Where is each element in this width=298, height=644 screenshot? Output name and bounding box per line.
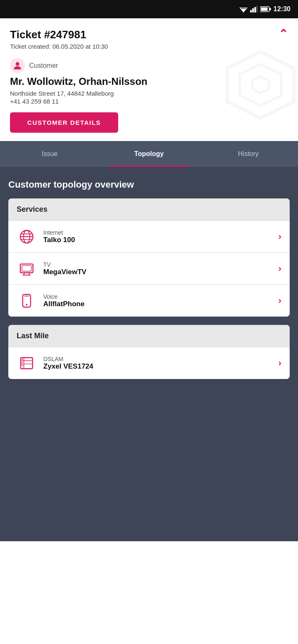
service-row-voice[interactable]: Voice AllflatPhone › [8,285,290,317]
service-row-dslam[interactable]: DSLAM Zyxel VES1724 › [8,347,290,379]
svg-point-22 [26,304,27,306]
svg-rect-4 [252,8,254,12]
tv-icon [17,259,37,279]
service-row-internet[interactable]: Internet Talko 100 › [8,221,290,253]
voice-icon [17,291,37,311]
internet-icon [17,227,37,247]
topology-section-title: Customer topology overview [8,179,290,190]
battery-icon [260,6,271,12]
svg-point-30 [22,365,23,366]
tab-history[interactable]: History [199,141,298,167]
dslam-icon [17,353,37,373]
watermark-icon [215,43,298,126]
svg-rect-3 [250,10,252,12]
service-text-voice: Voice AllflatPhone [43,293,278,308]
signal-icon [250,6,258,12]
customer-label: Customer [29,62,58,69]
svg-rect-8 [261,7,268,11]
tab-topology[interactable]: Topology [99,141,199,167]
service-row-tv[interactable]: TV MegaViewTV › [8,253,290,285]
status-bar: 12:30 [0,0,298,18]
service-text-internet: Internet Talko 100 [43,229,278,244]
wifi-icon [239,6,248,12]
services-card: Services Internet Talko 100 › [8,198,290,317]
svg-rect-6 [256,6,258,12]
ticket-header: Ticket #247981 Ticket created: 06.05.202… [0,18,298,141]
main-content: Customer topology overview Services Inte… [0,167,298,541]
services-card-header: Services [8,198,290,221]
chevron-right-icon: › [278,295,281,306]
svg-rect-9 [270,8,271,10]
status-time: 12:30 [273,5,291,13]
tab-issue[interactable]: Issue [0,141,99,167]
svg-rect-20 [22,266,32,271]
chevron-right-icon: › [278,358,281,369]
chevron-right-icon: › [278,263,281,274]
customer-details-button[interactable]: CUSTOMER DETAILS [10,112,118,133]
customer-avatar-icon [10,58,25,73]
tabs-bar: Issue Topology History [0,141,298,167]
service-text-dslam: DSLAM Zyxel VES1724 [43,356,278,371]
service-text-tv: TV MegaViewTV [43,261,278,276]
status-icons: 12:30 [239,5,291,13]
last-mile-card: Last Mile DSLAM Zyxel VES1724 › [8,325,290,379]
ticket-title: Ticket #247981 [10,28,288,41]
person-icon [12,60,23,71]
svg-point-29 [22,362,23,363]
chevron-right-icon: › [278,231,281,242]
svg-point-28 [22,359,23,360]
last-mile-card-header: Last Mile [8,325,290,347]
svg-rect-5 [254,7,256,12]
collapse-icon[interactable]: ⌃ [278,28,288,40]
svg-point-10 [16,62,20,66]
